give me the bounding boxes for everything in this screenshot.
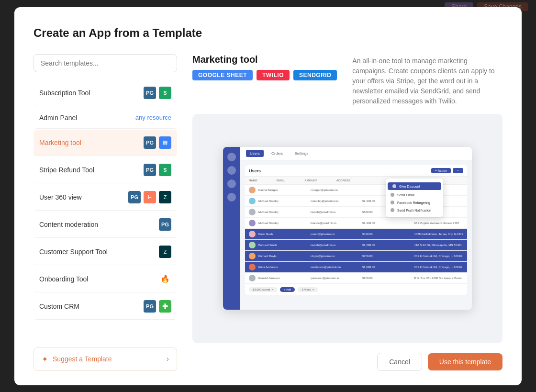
template-name: Content moderation [39, 221, 98, 228]
template-icons: PG S [144, 87, 171, 99]
template-name: Onboarding Tool [39, 275, 88, 283]
table-row: Michael Stanley finance@jetadmin.io $1,4… [245, 218, 467, 229]
template-item-marketing-tool[interactable]: Marketing tool PG ▦ [34, 130, 177, 156]
template-item-custom-crm[interactable]: Custom CRM PG ✚ [34, 293, 177, 320]
dropdown-label: Send Email [397, 193, 414, 197]
main-content: Marketing tool GOOGLE SHEET TWILIO SENDG… [192, 54, 502, 371]
mock-nav-dot [227, 166, 236, 175]
s-icon: S [159, 87, 171, 99]
cancel-button[interactable]: Cancel [377, 353, 422, 371]
cell-email: rjameson@jetadmin.io [311, 277, 360, 280]
template-name: Stripe Refund Tool [39, 166, 94, 174]
tag-sendgrid: SENDGRID [293, 70, 337, 80]
filter-label: $3,000 spend [253, 288, 270, 291]
template-icons: PG S [144, 164, 171, 176]
template-item-customer-support-tool[interactable]: Customer Support Tool Z [34, 239, 177, 265]
search-input[interactable] [34, 54, 177, 72]
mock-table-title-text: Users [249, 168, 261, 173]
mock-nav-item: Settings [290, 150, 312, 157]
avatar [249, 253, 256, 259]
template-description-area: An all-in-one tool to manage marketing c… [352, 54, 502, 106]
avatar [249, 231, 256, 237]
dropdown-icon [391, 208, 394, 212]
tag-row: GOOGLE SHEET TWILIO SENDGRID [192, 70, 337, 80]
dropdown-icon [392, 184, 396, 188]
dropdown-item-push-notification: Send Push Notification [386, 206, 443, 214]
cell-name: Ronald Jameson [258, 277, 308, 280]
tag-google-sheet: GOOGLE SHEET [192, 70, 253, 80]
cell-name: Rachel Morgan [258, 189, 308, 191]
modal-footer: Cancel Use this template [192, 343, 502, 371]
suggest-label: Suggest a Template [53, 355, 112, 363]
mock-filter-row: $3,000 spend × + Add 6 Visits × [245, 284, 467, 295]
cell-name: Michael Stanley [258, 222, 308, 224]
dropdown-label: Send Push Notification [397, 209, 431, 212]
mock-nav-dot [227, 153, 236, 161]
cell-addr: 1028 Garfield Ave, Jersey City, NJ 07304 [414, 233, 464, 235]
cell-addr: 661 Virginia Avenue Colorado 2767 [414, 222, 464, 224]
template-item-admin-panel[interactable]: Admin Panel any resource [34, 107, 177, 129]
mock-sidebar [223, 147, 240, 310]
mock-dropdown: Give Discount Send Email F [386, 179, 443, 217]
avatar [249, 242, 256, 248]
avatar [249, 187, 256, 193]
mock-action-btn: ··· [453, 168, 463, 173]
cell-addr: 110 S 4th St, Minneapolis, MN 55401 [414, 244, 464, 246]
col-email: EMAIL [277, 179, 286, 182]
cell-amount: $1,299.00 [362, 244, 412, 246]
pg-icon: PG [144, 164, 156, 176]
template-item-subscription-tool[interactable]: Subscription Tool PG S [34, 80, 177, 106]
suggest-left: ✦ Suggest a Template [42, 355, 112, 364]
dropdown-item-facebook: Facebook Retargeting [386, 199, 443, 206]
pg-icon: PG [144, 300, 156, 313]
pg-icon: PG [159, 218, 171, 231]
suggest-template-button[interactable]: ✦ Suggest a Template › [34, 347, 177, 371]
cell-email: finance@jetadmin.io [311, 222, 360, 224]
filter-tag: 6 Visits × [298, 287, 318, 292]
modal-overlay: Create an App from a Template Subscripti… [0, 0, 536, 392]
dropdown-item-give-discount: Give Discount [388, 182, 441, 190]
sidebar: Subscription Tool PG S Admin Panel any r… [34, 54, 177, 371]
cell-name: Michael Stanley [258, 200, 308, 202]
mock-add-button: + Add [280, 287, 295, 292]
tag-twilio: TWILIO [257, 70, 290, 80]
template-item-content-moderation[interactable]: Content moderation PG [34, 212, 177, 238]
fire-icon: 🔥 [159, 273, 171, 285]
cell-email: pnash@jetadmin.io [311, 233, 360, 235]
avatar [249, 198, 256, 204]
template-item-user-360-view[interactable]: User 360 view PG H Z [34, 184, 177, 211]
dropdown-label: Facebook Retargeting [397, 201, 430, 204]
template-item-onboarding-tool[interactable]: Onboarding Tool 🔥 [34, 266, 177, 292]
retool-icon: ▦ [159, 136, 171, 149]
mock-ui: Users Orders Settings Users [223, 147, 472, 310]
template-icons: PG [159, 218, 171, 231]
mock-nav: Users Orders Settings [240, 147, 472, 160]
cell-email: rmorgan@jetadmin.io [311, 189, 360, 191]
preview-inner: Users Orders Settings Users [192, 114, 502, 343]
template-header-left: Marketing tool GOOGLE SHEET TWILIO SENDG… [192, 54, 337, 106]
cell-name: Bernard Smith [258, 244, 308, 246]
cell-amount: $209.00 [362, 277, 412, 280]
col-amount: AMOUNT [304, 179, 317, 182]
mock-nav-item: Orders [268, 150, 287, 157]
zen-icon: Z [159, 191, 171, 203]
dropdown-icon [391, 193, 394, 197]
col-name: NAME [249, 179, 257, 182]
filter-label: 6 Visits [302, 288, 311, 291]
template-item-stripe-refund-tool[interactable]: Stripe Refund Tool PG S [34, 157, 177, 183]
cell-name: Erica Anderson [258, 266, 308, 269]
modal-body: Subscription Tool PG S Admin Panel any r… [34, 54, 502, 371]
avatar [249, 209, 256, 215]
mock-nav-dot [227, 193, 236, 202]
suggest-icon: ✦ [42, 355, 48, 364]
use-template-button[interactable]: Use this template [428, 353, 502, 370]
modal: Create an App from a Template Subscripti… [14, 7, 522, 385]
cell-email: bsmith@jetadmin.io [311, 211, 360, 213]
template-list: Subscription Tool PG S Admin Panel any r… [34, 80, 177, 340]
template-name: Admin Panel [39, 114, 77, 122]
cell-name: Peter Nash [258, 233, 308, 235]
s-icon: S [159, 164, 171, 176]
cell-addr: P.O. Box 361 9000 Ste Aureus Marion FL 3… [414, 277, 464, 280]
cell-amount: $1,449.00 [362, 222, 412, 224]
col-address: ADDRESS [336, 179, 350, 182]
